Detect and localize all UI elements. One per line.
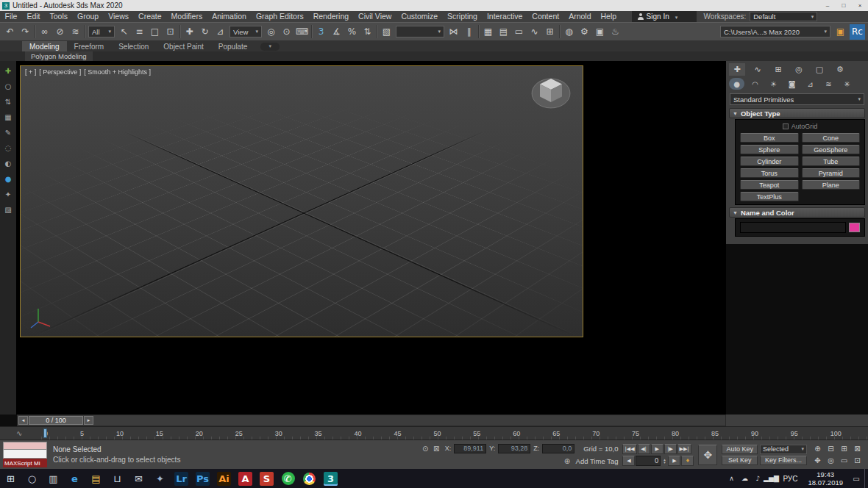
spinner-down-icon[interactable]: ▾ [664,461,666,464]
close-button[interactable]: × [852,0,868,11]
object-type-button[interactable]: Torus [740,168,799,178]
menu-rendering[interactable]: Rendering [308,11,353,22]
unlink-selection-icon[interactable]: ⊘ [52,24,68,40]
language-indicator[interactable]: РУС [778,475,803,483]
toggle-ribbon-icon[interactable]: ▭ [511,24,527,40]
menu-file[interactable]: File [0,11,22,22]
taskbar-lightroom-icon[interactable]: Lr [174,472,188,486]
ribbon-tab-selection[interactable]: Selection [111,41,156,51]
reference-coordinate-dropdown[interactable]: View [230,26,262,37]
search-button[interactable]: ○ [21,469,43,488]
ribbon-tab-freeform[interactable]: Freeform [67,41,112,51]
pan-icon[interactable]: ✥ [811,455,824,466]
menu-customize[interactable]: Customize [396,11,443,22]
left-rail-icon[interactable]: ◐ [2,158,14,169]
time-slider-prev-button[interactable]: ◂ [18,416,28,425]
select-and-manipulate-icon[interactable]: ⊙ [279,24,294,40]
add-time-tag-button[interactable]: Add Time Tag [576,457,619,465]
selection-lock-icon[interactable]: ⊠ [431,443,442,453]
ribbon-tab-object-paint[interactable]: Object Paint [156,41,210,51]
left-rail-icon[interactable]: ▦ [2,112,14,123]
isolate-selection-icon[interactable]: ⊙ [420,443,431,453]
current-frame-field[interactable]: 0 [636,456,661,466]
workspace-dropdown[interactable]: Default [750,12,817,21]
cameras-category-button[interactable]: ◙ [784,78,800,90]
taskbar-acrobat-icon[interactable]: A [238,472,252,486]
object-type-button[interactable]: Pyramid [802,168,861,178]
menu-graph-editors[interactable]: Graph Editors [251,11,308,22]
rectangular-selection-region-icon[interactable]: □ [147,24,163,40]
left-rail-icon[interactable]: ▨ [2,204,14,215]
previous-key-button[interactable]: ◀| [638,444,650,454]
tray-expand-icon[interactable]: ∧ [725,475,738,482]
mini-curve-editor-button[interactable]: ∿ [16,429,22,437]
rendered-frame-window-icon[interactable]: ▣ [592,24,608,40]
menu-views[interactable]: Views [104,11,134,22]
viewport-pov-menu[interactable]: [ Perspective ] [39,68,81,76]
toolbar-right-icon-1[interactable]: ▣ [833,24,848,40]
ribbon-subtab-polygon-modeling[interactable]: Polygon Modeling [25,51,93,61]
maximize-viewport-toggle-icon[interactable]: ⊡ [851,455,864,466]
next-frame-button[interactable]: ▶ [668,456,680,466]
spinner-snap-icon[interactable]: ⇅ [360,24,375,40]
key-filters-button[interactable]: Key Filters... [760,456,807,465]
start-button[interactable]: ⊞ [0,469,21,488]
taskbar-edge-icon[interactable]: e [64,469,85,488]
menu-modifiers[interactable]: Modifiers [166,11,207,22]
object-type-button[interactable]: GeoSphere [802,145,861,154]
percent-snap-icon[interactable]: % [344,24,360,40]
modify-panel-tab[interactable]: ∿ [750,63,766,76]
auto-key-button[interactable]: Auto Key [722,445,758,454]
select-and-scale-icon[interactable]: ⊿ [213,24,228,40]
menu-edit[interactable]: Edit [22,11,45,22]
object-color-swatch[interactable] [849,223,860,232]
ribbon-overflow-button[interactable]: ▾ [260,43,280,51]
object-type-button[interactable]: Plane [802,180,861,190]
select-and-move-icon[interactable]: ✚ [182,24,197,40]
display-panel-tab[interactable]: ▢ [811,63,828,76]
maximize-button[interactable]: □ [836,0,852,11]
keyboard-shortcut-override-icon[interactable]: ⌨ [294,24,310,40]
previous-frame-button[interactable]: ◀ [622,456,635,466]
menu-animation[interactable]: Animation [207,11,252,22]
motion-panel-tab[interactable]: ◎ [791,63,807,76]
left-rail-icon[interactable]: ○ [2,81,14,92]
z-coordinate-field[interactable]: 0,0 [542,444,574,453]
zoom-extents-icon[interactable]: ⊞ [838,443,850,454]
orbit-icon[interactable]: ◎ [825,455,837,466]
zoom-extents-all-icon[interactable]: ⊠ [851,443,864,454]
menu-scripting[interactable]: Scripting [443,11,483,22]
show-desktop-button[interactable] [864,469,868,488]
object-type-button[interactable]: Cone [802,133,861,143]
y-coordinate-field[interactable]: 93,28 [498,444,530,453]
angle-snap-icon[interactable]: ∡ [329,24,344,40]
select-by-name-icon[interactable]: ≡ [132,24,147,40]
systems-category-button[interactable]: ✳ [839,78,855,90]
object-type-button[interactable]: TextPlus [740,192,799,201]
hierarchy-panel-tab[interactable]: ⊞ [770,63,786,76]
minimize-button[interactable]: – [819,0,836,11]
left-rail-icon[interactable]: ◌ [2,143,14,154]
object-type-rollout-header[interactable]: ▼ Object Type [729,108,865,118]
field-of-view-icon[interactable]: ▭ [838,455,850,466]
object-type-button[interactable]: Sphere [740,145,799,154]
perspective-viewport[interactable]: [ + ] [ Perspective ] [ Smooth + Highlig… [20,65,583,337]
set-key-button[interactable]: Set Key [722,456,758,465]
lights-category-button[interactable]: ☀ [766,78,781,90]
curve-editor-icon[interactable]: ∿ [527,24,542,40]
ribbon-tab-modeling[interactable]: Modeling [22,41,67,51]
tray-network-icon[interactable]: ▂▅▇ [764,475,778,482]
track-bar-ruler[interactable]: ∿ 05101520253035404550556065707580859095… [0,426,868,439]
viewcube[interactable] [530,72,572,110]
zoom-all-icon[interactable]: ⊟ [825,443,837,454]
render-production-icon[interactable]: ♨ [608,24,623,40]
navigation-cross-button[interactable]: ✥ [698,445,717,465]
sign-in-button[interactable]: Sign In [632,11,697,22]
left-rail-icon[interactable]: ✎ [2,127,14,138]
maxscript-mini-listener[interactable]: MAXScript Mi [3,442,47,467]
mirror-icon[interactable]: ⋈ [446,24,461,40]
bind-to-spacewarp-icon[interactable]: ≋ [68,24,83,40]
menu-interactive[interactable]: Interactive [482,11,527,22]
ribbon-tab-populate[interactable]: Populate [211,41,255,51]
taskbar-clock[interactable]: 19:43 18.07.2019 [803,470,848,487]
